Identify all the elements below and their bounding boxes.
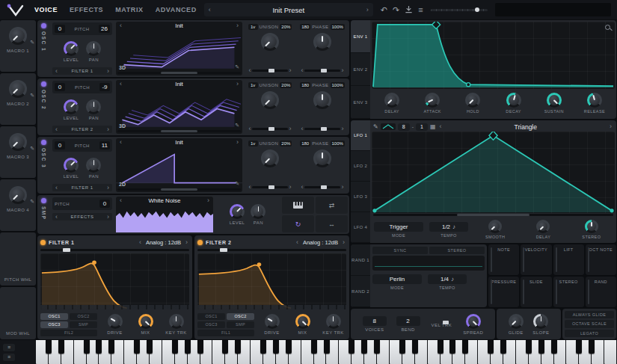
slope-knob[interactable]	[533, 314, 548, 329]
osc3-filter-routing[interactable]: FILTER 1	[52, 184, 112, 191]
osc1-unison-knob[interactable]	[261, 33, 279, 51]
mod-source-slide[interactable]: SLIDE	[521, 277, 551, 307]
osc3-pan-knob[interactable]	[86, 158, 101, 173]
filter1-input-smp[interactable]: SMP	[70, 321, 97, 328]
vital-logo[interactable]	[6, 4, 25, 16]
lfo-shape-next[interactable]	[608, 123, 613, 130]
sampler-power-button[interactable]	[41, 198, 46, 203]
keyboard-track-icon[interactable]	[282, 197, 314, 214]
piano-black-key[interactable]	[324, 340, 330, 354]
mod-wheel[interactable]: MOD WHL	[0, 287, 36, 340]
osc2-phase-rand[interactable]: 100%	[331, 82, 345, 88]
tab-voice[interactable]: VOICE	[34, 6, 58, 13]
osc3-edit-icon[interactable]: ✎	[235, 181, 239, 187]
mod-source-stereo[interactable]: STEREO	[553, 277, 584, 307]
filter2-model-next[interactable]	[341, 239, 346, 246]
voices-value[interactable]: 8	[363, 316, 387, 326]
piano-black-key[interactable]	[462, 340, 468, 354]
piano-black-key[interactable]	[526, 340, 532, 354]
macro3-knob[interactable]	[9, 133, 27, 151]
piano-black-key[interactable]	[311, 340, 317, 354]
spread-knob[interactable]	[466, 314, 481, 329]
sampler-level-knob[interactable]	[230, 204, 245, 219]
osc1-phase-slider[interactable]	[304, 70, 340, 72]
osc3-tune-value[interactable]: 11	[99, 141, 110, 149]
osc3-power-button[interactable]	[41, 140, 46, 145]
always-glide-toggle[interactable]: ALWAYS GLIDE	[565, 311, 614, 318]
osc3-phase-value[interactable]: 180	[300, 141, 310, 146]
filter2-input-fil1[interactable]: FIL1	[197, 330, 254, 336]
filter1-input-osc1[interactable]: OSC1	[40, 313, 68, 320]
piano-black-key[interactable]	[108, 340, 114, 354]
preset-name[interactable]: Init Preset	[212, 6, 365, 14]
tab-matrix[interactable]: MATRIX	[115, 6, 143, 13]
osc1-view-toggle[interactable]: 3D	[119, 65, 126, 70]
keyboard-options-icon[interactable]: ≡	[3, 344, 15, 351]
osc3-phase-rand[interactable]: 100%	[331, 141, 345, 146]
pitch-wheel[interactable]: PITCH WHL	[0, 232, 36, 286]
piano-black-key[interactable]	[589, 340, 595, 354]
osc1-phase-knob[interactable]	[313, 33, 331, 51]
osc1-level-knob[interactable]	[64, 41, 79, 56]
osc1-wavetable-next[interactable]	[235, 22, 240, 29]
preset-prev-button[interactable]	[207, 7, 212, 13]
osc2-power-button[interactable]	[41, 81, 46, 87]
piano-black-key[interactable]	[399, 340, 405, 354]
osc2-wavetable-prev[interactable]	[118, 81, 123, 87]
keyboard-options2-icon[interactable]: ≡	[3, 354, 15, 361]
mod-source-rand[interactable]: RAND	[586, 277, 616, 307]
osc2-tune-value[interactable]: -9	[99, 83, 110, 91]
lfo-scrollbar[interactable]	[373, 214, 613, 216]
redo-icon[interactable]: ↷	[393, 6, 399, 14]
chevron-right-icon[interactable]	[105, 68, 111, 75]
osc3-view-toggle[interactable]: 2D	[119, 182, 126, 187]
sample-name[interactable]: White Noise	[123, 197, 206, 204]
loop-icon[interactable]: ↻	[282, 215, 314, 232]
osc3-phase-knob[interactable]	[313, 149, 331, 167]
lfo-delay-knob[interactable]	[536, 220, 550, 233]
osc2-wavetable-display[interactable]: Init 3D ✎	[116, 80, 242, 134]
tab-advanced[interactable]: ADVANCED	[156, 6, 197, 13]
osc1-transpose-value[interactable]: 0	[55, 25, 65, 33]
osc3-unison-detune-value[interactable]: 20%	[280, 141, 292, 146]
sampler-pitch-value[interactable]: 0	[99, 200, 110, 208]
piano-black-key[interactable]	[222, 340, 228, 354]
lfo-smooth-knob[interactable]	[488, 220, 502, 233]
osc1-edit-icon[interactable]: ✎	[235, 64, 239, 70]
osc1-pan-knob[interactable]	[86, 41, 101, 56]
osc1-phase-rand[interactable]: 100%	[331, 24, 345, 30]
osc2-unison-voices[interactable]: 1v	[248, 82, 258, 88]
filter2-input-osc3[interactable]: OSC3	[197, 321, 225, 328]
piano-black-key[interactable]	[273, 340, 279, 354]
piano-black-key[interactable]	[96, 340, 102, 354]
osc1-wavetable-scrollbar[interactable]	[117, 72, 241, 74]
osc1-power-button[interactable]	[41, 23, 46, 28]
env-delay-knob[interactable]	[384, 93, 399, 108]
volume-slider[interactable]	[431, 9, 488, 11]
lfo-paint-icon[interactable]: ▦	[430, 123, 436, 130]
lfo-shape-prev[interactable]	[438, 123, 443, 130]
macro2-edit-icon[interactable]: ✎	[30, 93, 34, 99]
filter2-input-osc2[interactable]: OSC2	[227, 313, 254, 320]
filter1-blend-slider[interactable]	[40, 249, 189, 251]
piano-black-key[interactable]	[197, 340, 203, 354]
env-decay-knob[interactable]	[506, 93, 521, 108]
rand-tempo-select[interactable]: 1/4 ♪	[428, 274, 467, 284]
osc3-unison-knob[interactable]	[261, 149, 279, 167]
lfo-grid-y[interactable]: 1	[416, 123, 428, 131]
lfo-mini-preview[interactable]	[381, 123, 396, 130]
osc3-wavetable-scrollbar[interactable]	[117, 188, 241, 191]
bounce-icon[interactable]: ↔	[316, 215, 348, 232]
filter1-input-osc3[interactable]: OSC3	[40, 321, 68, 328]
menu-icon[interactable]: ≡	[418, 6, 423, 14]
piano-black-key[interactable]	[576, 340, 582, 354]
piano-black-key[interactable]	[538, 340, 544, 354]
osc2-unison-detune-value[interactable]: 20%	[280, 82, 292, 88]
mod-source-velocity[interactable]: VELOCITY	[521, 244, 551, 275]
filter2-model[interactable]: Analog : 12dB	[303, 239, 338, 246]
osc3-phase-slider[interactable]	[304, 186, 340, 188]
osc1-unison-detune-value[interactable]: 20%	[280, 24, 292, 30]
filter2-input-smp[interactable]: SMP	[227, 321, 254, 328]
osc1-wavetable-display[interactable]: Init 3D ✎	[116, 22, 242, 75]
piano-black-key[interactable]	[286, 340, 292, 354]
